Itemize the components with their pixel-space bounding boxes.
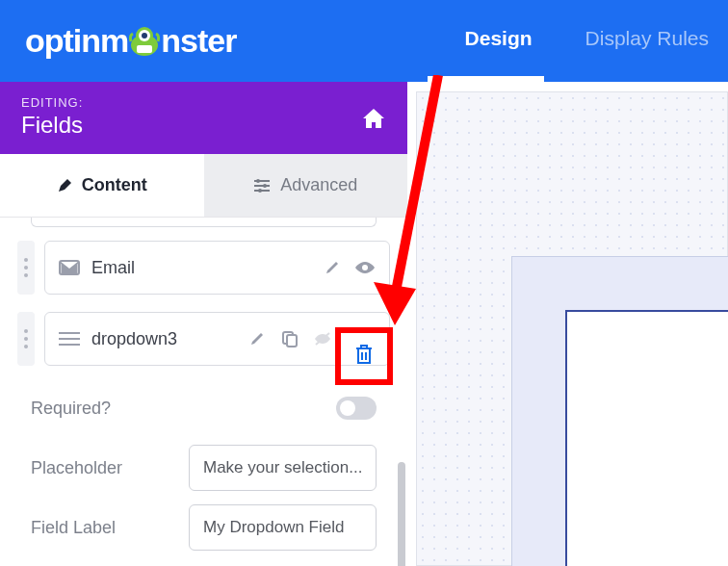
- drag-handle-icon[interactable]: [17, 241, 35, 295]
- svg-marker-17: [374, 282, 416, 325]
- subtab-content[interactable]: Content: [0, 154, 204, 217]
- sliders-icon: [253, 178, 271, 193]
- list-icon: [59, 331, 80, 347]
- svg-point-6: [263, 184, 267, 188]
- svg-rect-12: [59, 344, 80, 346]
- field-row-dropdown: dropdown3: [17, 312, 390, 366]
- field-email[interactable]: Email: [44, 241, 390, 295]
- monster-icon: [125, 24, 164, 59]
- config-placeholder: Placeholder: [31, 443, 377, 493]
- topbar: optinm nster Design Display Rules: [0, 0, 728, 82]
- placeholder-input[interactable]: [189, 445, 377, 491]
- config-required: Required?: [31, 383, 377, 433]
- placeholder-label: Placeholder: [31, 458, 122, 478]
- scrollbar[interactable]: [398, 462, 405, 566]
- field-row-email: Email: [17, 241, 390, 295]
- svg-point-5: [256, 179, 260, 183]
- field-dropdown-label: dropdown3: [91, 329, 235, 349]
- preview-outer: Get Join tod: [511, 256, 728, 566]
- copy-icon[interactable]: [279, 330, 300, 347]
- svg-rect-11: [59, 338, 80, 340]
- subtabs: Content Advanced: [0, 154, 407, 218]
- editing-title: Fields: [21, 112, 83, 139]
- edit-icon[interactable]: [322, 260, 343, 275]
- logo: optinm nster: [25, 22, 236, 60]
- tab-display-rules[interactable]: Display Rules: [585, 27, 709, 50]
- envelope-icon: [59, 259, 80, 276]
- svg-line-16: [395, 75, 438, 296]
- hide-icon[interactable]: [312, 331, 333, 347]
- pencil-icon: [57, 178, 72, 193]
- editing-label: EDITING:: [21, 95, 83, 110]
- field-email-label: Email: [91, 258, 310, 278]
- required-toggle[interactable]: [336, 397, 377, 420]
- editing-header: EDITING: Fields: [0, 82, 407, 154]
- config-field-label: Field Label: [31, 502, 377, 553]
- active-tab-indicator: [428, 76, 544, 82]
- drag-handle-icon[interactable]: [17, 312, 35, 366]
- field-config: Required? Placeholder Field Label: [31, 383, 377, 553]
- tab-design[interactable]: Design: [465, 27, 533, 50]
- fields-list: Email d: [0, 218, 407, 566]
- preview-canvas: Get Join tod: [416, 91, 728, 566]
- required-label: Required?: [31, 399, 111, 419]
- svg-rect-4: [137, 45, 152, 53]
- preview-inner: Get Join tod: [565, 310, 728, 566]
- edit-icon[interactable]: [247, 331, 268, 347]
- fieldlabel-input[interactable]: [189, 504, 377, 551]
- top-tabs: Design Display Rules: [465, 27, 709, 50]
- fieldlabel-label: Field Label: [31, 518, 116, 538]
- svg-point-3: [142, 33, 147, 39]
- field-stub: [31, 218, 377, 227]
- svg-rect-10: [59, 332, 80, 334]
- annotation-arrow: [366, 75, 443, 354]
- svg-point-7: [258, 189, 262, 193]
- sidebar: EDITING: Fields Content Advanced: [0, 82, 407, 566]
- svg-rect-14: [287, 335, 297, 347]
